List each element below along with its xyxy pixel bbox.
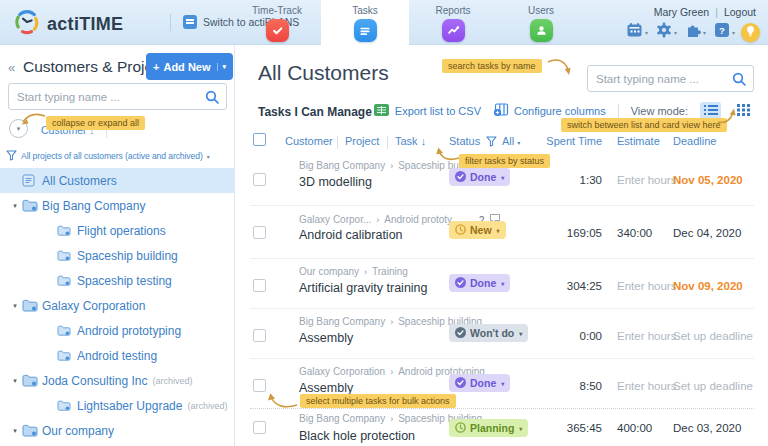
add-new-button[interactable]: + Add New ▾ [146, 53, 233, 80]
caret-down-icon: ▾ [501, 280, 504, 287]
spent-time: 0:00 [520, 330, 602, 342]
annotation-search-tasks: search tasks by name [442, 59, 542, 73]
page-title: All Customers [258, 61, 389, 85]
status-badge[interactable]: New ▾ [449, 221, 506, 239]
row-checkbox[interactable] [253, 421, 266, 434]
tree-item-project[interactable]: Android testing [0, 343, 235, 368]
breadcrumb-separator-icon: › [390, 317, 393, 327]
sidebar-search-input[interactable] [9, 84, 226, 109]
estimate[interactable]: Enter hours [617, 380, 676, 392]
caret-down-icon: ▾ [501, 380, 504, 387]
user-name[interactable]: Mary Green [654, 6, 709, 18]
tab-users[interactable]: Users [497, 0, 585, 46]
row-checkbox[interactable] [253, 226, 266, 239]
breadcrumb-separator-icon: › [390, 161, 393, 171]
sidebar: « Customers & Projects + Add New ▾ ▾ Cus… [0, 45, 235, 446]
logout-link[interactable]: Logout [724, 6, 756, 18]
caret-down-icon: ▾ [497, 227, 500, 234]
tab-tasks[interactable]: Tasks [321, 0, 409, 46]
settings-menu[interactable]: ▾ [654, 22, 679, 42]
row-checkbox[interactable] [253, 279, 266, 292]
deadline[interactable]: Dec 04, 2020 [673, 227, 741, 239]
tree-item-project[interactable]: Lightsaber Upgrade (archived) [0, 393, 235, 418]
tree-item-all-customers[interactable]: All Customers [0, 168, 235, 193]
project-icon [57, 350, 77, 362]
search-icon [205, 90, 219, 108]
spent-time: 304:25 [520, 280, 602, 292]
calendar-icon [626, 22, 643, 42]
task-name[interactable]: Artificial gravity training [299, 281, 428, 295]
clock-logo-icon [14, 9, 40, 39]
tree-item-project[interactable]: Spaceship building [0, 243, 235, 268]
tab-reports[interactable]: Reports [409, 0, 497, 46]
deadline[interactable]: Dec 03, 2020 [673, 422, 741, 434]
task-name[interactable]: Android calibration [299, 228, 403, 242]
collapse-panel-icon[interactable]: « [8, 60, 15, 75]
tree-item-project[interactable]: Spaceship testing [0, 268, 235, 293]
task-name[interactable]: 3D modelling [299, 175, 372, 189]
all-customers-icon [22, 174, 42, 187]
spent-time: 169:05 [520, 227, 602, 239]
tree-item-customer[interactable]: ▾ Joda Consulting Inc (archived) [0, 368, 235, 393]
help-menu[interactable]: ? ▾ [712, 22, 737, 42]
tree-expand-icon[interactable]: ▾ [8, 302, 22, 310]
deadline[interactable]: Nov 09, 2020 [673, 280, 743, 292]
task-search-input[interactable] [588, 66, 753, 91]
projects-filter[interactable]: All projects of all customers (active an… [6, 147, 234, 165]
customer-folder-icon [22, 199, 42, 212]
spent-time: 8:50 [520, 380, 602, 392]
customer-folder-icon [22, 374, 42, 387]
row-checkbox[interactable] [253, 379, 266, 392]
annotation-arrow [716, 107, 738, 125]
row-checkbox[interactable] [253, 173, 266, 186]
column-header-project[interactable]: Project [345, 135, 379, 147]
status-badge[interactable]: Done ▾ [449, 274, 510, 292]
integrations-menu[interactable]: ▾ [683, 22, 708, 42]
app: actiTIME Switch to actiPLANS Time-Track … [0, 0, 768, 446]
column-header-deadline[interactable]: Deadline [673, 135, 716, 147]
select-all-checkbox[interactable] [253, 133, 266, 146]
tree-expand-icon[interactable]: ▾ [8, 427, 22, 435]
sort-down-icon: ↓ [421, 135, 427, 147]
task-name[interactable]: Black hole protection [299, 429, 415, 443]
tree-item-project[interactable]: Flight operations [0, 218, 235, 243]
tree-item-project[interactable]: Android prototyping [0, 318, 235, 343]
status-filter-funnel[interactable] [486, 136, 497, 149]
status-done-icon [455, 377, 466, 390]
deadline[interactable]: Set up deadline [673, 330, 753, 342]
logo[interactable]: actiTIME [14, 9, 123, 39]
user-icon [530, 19, 553, 42]
tree-item-customer[interactable]: ▾ Galaxy Corporation [0, 293, 235, 318]
status-badge[interactable]: Done ▾ [449, 168, 510, 186]
column-header-task[interactable]: Task ↓ [395, 135, 426, 147]
tree-item-customer[interactable]: ▾ Our company [0, 418, 235, 443]
task-name[interactable]: Assembly [299, 331, 353, 345]
calendar-menu[interactable]: ▾ [624, 22, 650, 42]
estimate[interactable]: Enter hours [617, 280, 676, 292]
deadline[interactable]: Set up deadline [673, 380, 753, 392]
export-csv-link[interactable]: Export list to CSV [373, 103, 481, 119]
status-filter-all[interactable]: All ▾ [502, 135, 520, 147]
status-badge[interactable]: Planning ▾ [449, 419, 528, 437]
deadline[interactable]: Nov 05, 2020 [673, 174, 743, 186]
task-list-icon [354, 19, 377, 42]
status-badge[interactable]: Done ▾ [449, 374, 510, 392]
app-header: actiTIME Switch to actiPLANS Time-Track … [0, 0, 768, 45]
tab-time-track[interactable]: Time-Track [233, 0, 321, 46]
tree-item-customer[interactable]: ▾ Big Bang Company [0, 193, 235, 218]
status-badge[interactable]: Won't do ▾ [449, 324, 528, 342]
estimate[interactable]: Enter hours [617, 174, 676, 186]
column-header-customer[interactable]: Customer [285, 135, 333, 147]
caret-down-icon: ▾ [501, 174, 504, 181]
tree-expand-icon[interactable]: ▾ [8, 377, 22, 385]
estimate[interactable]: Enter hours [617, 330, 676, 342]
status-planning-icon [455, 422, 466, 435]
configure-columns-link[interactable]: Configure columns [493, 103, 606, 119]
tips-button[interactable] [741, 23, 760, 42]
row-checkbox[interactable] [253, 329, 266, 342]
tree-expand-icon[interactable]: ▾ [8, 202, 22, 210]
user-divider: | [715, 6, 718, 18]
task-name[interactable]: Assembly [299, 381, 353, 395]
column-header-spent-time[interactable]: Spent Time [520, 135, 602, 147]
column-header-estimate[interactable]: Estimate [617, 135, 660, 147]
